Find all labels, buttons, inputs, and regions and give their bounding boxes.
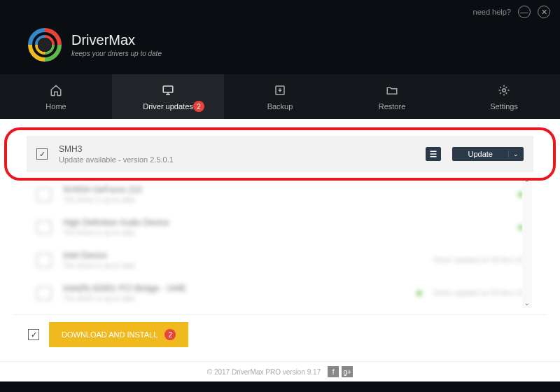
brand-name: DriverMax — [71, 32, 162, 48]
tab-settings-label: Settings — [490, 102, 518, 111]
driver-row[interactable]: ✓ SMH3 Update available - version 2.5.0.… — [27, 136, 533, 172]
status-dot-icon — [416, 290, 422, 296]
googleplus-icon[interactable]: g+ — [342, 366, 353, 377]
svg-point-2 — [503, 89, 506, 92]
device-icon — [36, 286, 52, 300]
driver-name: SMH3 — [59, 144, 414, 154]
scroll-down-icon[interactable]: ⌄ — [522, 298, 532, 308]
select-all-checkbox[interactable]: ✓ — [28, 329, 39, 340]
tab-restore-label: Restore — [379, 102, 406, 111]
download-badge: 2 — [164, 329, 176, 340]
blurred-driver-list: NVIDIA GeForce 210The driver is up-to-da… — [27, 178, 533, 308]
download-button-label: DOWNLOAD AND INSTALL — [62, 330, 158, 339]
list-item: NVIDIA GeForce 210The driver is up-to-da… — [27, 178, 533, 211]
app-logo-icon — [28, 28, 62, 62]
scroll-up-icon[interactable]: ⌃ — [522, 178, 532, 188]
close-button[interactable]: ✕ — [538, 6, 550, 18]
backup-icon — [273, 84, 287, 97]
driver-details-button[interactable] — [426, 147, 441, 161]
svg-rect-0 — [163, 86, 173, 92]
device-icon — [36, 253, 52, 267]
list-icon — [426, 148, 440, 160]
tab-updates-label: Driver updates — [143, 102, 193, 111]
help-link[interactable]: need help? — [473, 8, 511, 16]
gear-icon — [497, 84, 511, 97]
tab-backup-label: Backup — [267, 102, 293, 111]
tab-home-label: Home — [46, 102, 66, 111]
driver-status: Update available - version 2.5.0.1 — [59, 155, 414, 164]
tab-restore[interactable]: Restore — [336, 74, 448, 119]
driver-checkbox[interactable]: ✓ — [36, 148, 48, 160]
tab-home[interactable]: Home — [0, 74, 112, 119]
main-tabs: Home Driver updates 2 Backup Restore Set… — [0, 74, 560, 119]
driver-list-scroll: NVIDIA GeForce 210The driver is up-to-da… — [27, 178, 533, 308]
bottom-bar: ✓ DOWNLOAD AND INSTALL 2 — [13, 314, 547, 354]
minimize-button[interactable]: — — [518, 6, 531, 18]
tab-settings[interactable]: Settings — [448, 74, 560, 119]
update-button-label: Update — [453, 150, 508, 158]
brand-tagline: keeps your drivers up to date — [71, 50, 162, 57]
tab-driver-updates[interactable]: Driver updates 2 — [112, 74, 224, 119]
list-item: Intel(R) 82801 PCI Bridge - 244EThe driv… — [27, 276, 533, 308]
monitor-icon — [161, 84, 175, 97]
device-icon — [36, 188, 52, 202]
update-button[interactable]: Update ⌄ — [452, 147, 524, 161]
home-icon — [49, 84, 63, 97]
tab-backup[interactable]: Backup — [224, 74, 336, 119]
footer: © 2017 DriverMax PRO version 9.17 f g+ — [0, 361, 560, 382]
app-header: DriverMax keeps your drivers up to date — [0, 24, 560, 74]
facebook-icon[interactable]: f — [328, 366, 339, 377]
updates-badge: 2 — [193, 101, 204, 112]
folder-icon — [385, 84, 399, 97]
list-item: High Definition Audio DeviceThe driver i… — [27, 211, 533, 244]
copyright-text: © 2017 DriverMax PRO version 9.17 — [207, 368, 321, 376]
chevron-down-icon[interactable]: ⌄ — [508, 150, 523, 158]
list-item: Intel DeviceThe driver is up-to-date Dri… — [27, 244, 533, 276]
device-icon — [36, 220, 52, 234]
scrollbar[interactable]: ⌃ ⌄ — [522, 178, 532, 308]
content-area: ✓ SMH3 Update available - version 2.5.0.… — [0, 119, 560, 361]
download-install-button[interactable]: DOWNLOAD AND INSTALL 2 — [49, 322, 188, 347]
